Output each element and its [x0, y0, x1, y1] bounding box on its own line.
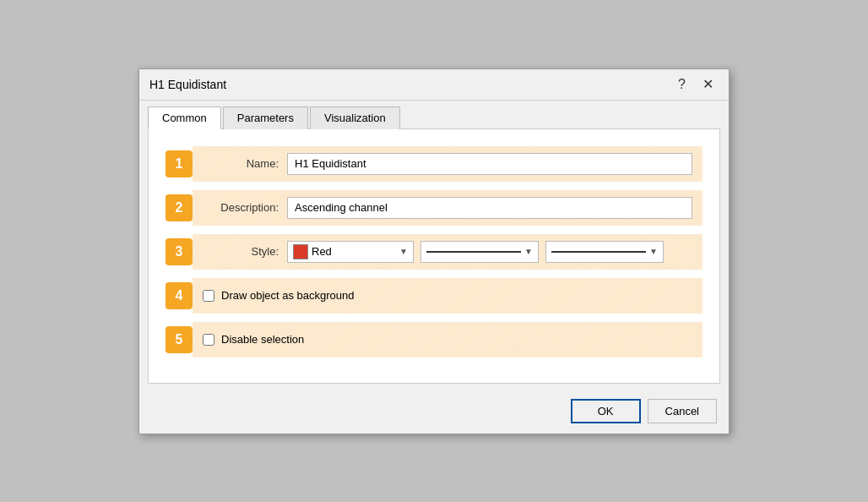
line-style-dropdown-2[interactable]: ▼	[545, 241, 664, 263]
row-content-disable-selection: Disable selection	[193, 322, 703, 357]
dialog: H1 Equidistant ? ✕ Common Parameters Vis…	[138, 68, 730, 434]
footer: OK Cancel	[139, 392, 729, 434]
tab-common[interactable]: Common	[148, 106, 221, 129]
checkbox-disable-selection[interactable]	[203, 334, 214, 346]
row-content-name: Name:	[193, 146, 703, 182]
badge-3: 3	[165, 238, 193, 265]
badge-1: 1	[165, 150, 193, 177]
cancel-button[interactable]: Cancel	[648, 399, 717, 423]
row-name: 1 Name:	[165, 146, 703, 182]
badge-5: 5	[165, 326, 193, 353]
row-background: 4 Draw object as background	[165, 278, 703, 314]
tab-parameters[interactable]: Parameters	[223, 106, 308, 129]
dialog-title: H1 Equidistant	[149, 78, 226, 91]
label-description: Description:	[203, 201, 279, 214]
line-dropdown-arrow-1: ▼	[524, 247, 533, 256]
line-preview-2	[551, 251, 646, 253]
checkbox-text-disable-selection: Disable selection	[221, 333, 304, 346]
line-preview-1	[426, 251, 521, 253]
line-dropdown-arrow-2: ▼	[649, 247, 658, 256]
title-bar-left: H1 Equidistant	[149, 78, 226, 91]
row-description: 2 Description:	[165, 190, 703, 226]
line-style-dropdown-1[interactable]: ▼	[420, 241, 539, 263]
input-name[interactable]	[287, 153, 692, 175]
ok-button[interactable]: OK	[571, 399, 641, 423]
row-content-background: Draw object as background	[193, 278, 703, 314]
title-bar: H1 Equidistant ? ✕	[139, 69, 729, 101]
color-name: Red	[312, 245, 396, 258]
color-swatch	[293, 244, 308, 259]
row-disable-selection: 5 Disable selection	[165, 322, 703, 357]
badge-2: 2	[165, 194, 193, 221]
style-controls: Red ▼ ▼ ▼	[287, 241, 692, 263]
input-description[interactable]	[287, 197, 692, 219]
tab-visualization[interactable]: Visualization	[310, 106, 400, 129]
content-area: 1 Name: 2 Description: 3 Style:	[148, 128, 720, 384]
tab-bar: Common Parameters Visualization	[139, 101, 729, 128]
color-dropdown[interactable]: Red ▼	[287, 241, 414, 263]
close-button[interactable]: ✕	[697, 76, 719, 93]
checkbox-label-disable-selection[interactable]: Disable selection	[203, 333, 304, 346]
row-content-style: Style: Red ▼ ▼ ▼	[193, 234, 703, 270]
label-name: Name:	[203, 157, 279, 170]
badge-4: 4	[165, 282, 193, 309]
help-button[interactable]: ?	[673, 76, 691, 93]
row-style: 3 Style: Red ▼ ▼	[165, 234, 703, 270]
checkbox-label-background[interactable]: Draw object as background	[203, 289, 355, 302]
checkbox-background[interactable]	[203, 290, 214, 302]
title-bar-buttons: ? ✕	[673, 76, 719, 93]
color-dropdown-arrow: ▼	[399, 247, 408, 256]
checkbox-text-background: Draw object as background	[221, 289, 355, 302]
label-style: Style:	[203, 245, 279, 258]
row-content-description: Description:	[193, 190, 703, 226]
